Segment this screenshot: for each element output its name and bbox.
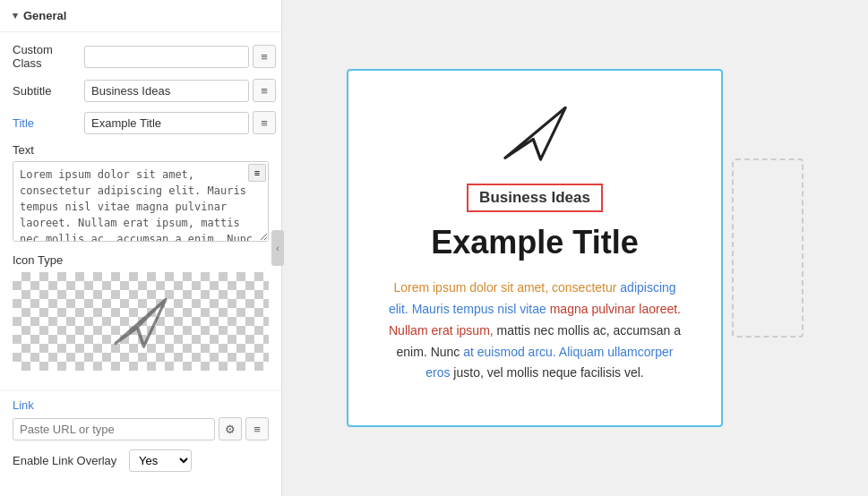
svg-line-2 [138,300,167,329]
subtitle-list-btn[interactable]: ≡ [253,79,276,102]
right-placeholder [732,158,804,338]
subtitle-label: Subtitle [13,84,84,98]
list-icon4: ≡ [254,167,260,178]
svg-line-4 [533,140,540,160]
preview-card: Business Ideas Example Title Lorem ipsum… [347,69,723,427]
card-icon [502,98,569,167]
custom-class-row: Custom Class ≡ [13,43,269,70]
icon-type-label: Icon Type [13,253,269,267]
paper-plane-preview-icon [109,290,172,353]
list-icon2: ≡ [261,84,268,98]
svg-line-1 [138,328,144,346]
title-input-group: ≡ [84,111,276,134]
text-word-6: justo, vel mollis neque facilisis vel. [453,365,643,380]
icon-preview [13,272,269,371]
gear-icon: ⚙ [225,423,236,436]
text-section: Text Lorem ipsum dolor sit amet, consect… [13,143,269,244]
subtitle-input-group: ≡ ← [84,79,282,102]
card-title: Example Title [431,223,638,261]
custom-class-list-btn[interactable]: ≡ [253,45,276,68]
list-icon3: ≡ [261,116,268,130]
enable-link-label: Enable Link Overlay [13,454,129,467]
chevron-left-icon: ‹ [276,244,279,253]
main-area: ‹ Business Ideas Example Title Lorem ips… [282,0,868,496]
card-subtitle: Business Ideas [467,184,603,212]
custom-class-input[interactable] [84,46,249,68]
subtitle-input[interactable] [84,80,249,102]
text-textarea[interactable]: Lorem ipsum dolor sit amet, consectetur … [13,161,269,242]
card-wrapper: Business Ideas Example Title Lorem ipsum… [347,69,723,427]
form-section: Custom Class ≡ Subtitle ≡ ← Title [0,32,281,390]
text-word-1: Lorem ipsum dolor sit amet, consectetur [393,280,620,295]
section-title: General [23,9,66,22]
title-list-btn[interactable]: ≡ [253,111,276,134]
link-section: Link ⚙ ≡ Enable Link Overlay Yes No [0,390,281,481]
custom-class-label: Custom Class [13,43,84,70]
link-list-btn[interactable]: ≡ [245,417,269,440]
chevron-down-icon: ▾ [13,10,18,21]
text-label: Text [13,143,269,157]
left-panel: ▾ General Custom Class ≡ Subtitle ≡ ← [0,0,282,496]
enable-link-select[interactable]: Yes No [129,449,192,472]
link-input[interactable] [13,418,215,440]
card-text: Lorem ipsum dolor sit amet, consectetur … [384,278,685,384]
enable-link-row: Enable Link Overlay Yes No [13,449,269,472]
list-icon5: ≡ [254,423,261,436]
list-icon: ≡ [261,50,268,64]
paper-plane-card-icon [502,98,569,165]
collapse-handle[interactable]: ‹ [271,230,284,266]
link-row: ⚙ ≡ [13,417,269,440]
section-header-general[interactable]: ▾ General [0,0,281,32]
svg-marker-3 [504,107,565,159]
title-row: Title ≡ [13,111,269,134]
custom-class-input-group: ≡ [84,45,276,68]
title-label: Title [13,116,84,130]
textarea-list-btn[interactable]: ≡ [248,164,266,182]
icon-type-section: Icon Type [13,253,269,371]
link-gear-btn[interactable]: ⚙ [219,417,242,440]
subtitle-row: Subtitle ≡ ← [13,79,269,102]
link-label: Link [13,398,34,412]
title-input[interactable] [84,112,249,134]
text-textarea-wrap: Lorem ipsum dolor sit amet, consectetur … [13,161,269,244]
